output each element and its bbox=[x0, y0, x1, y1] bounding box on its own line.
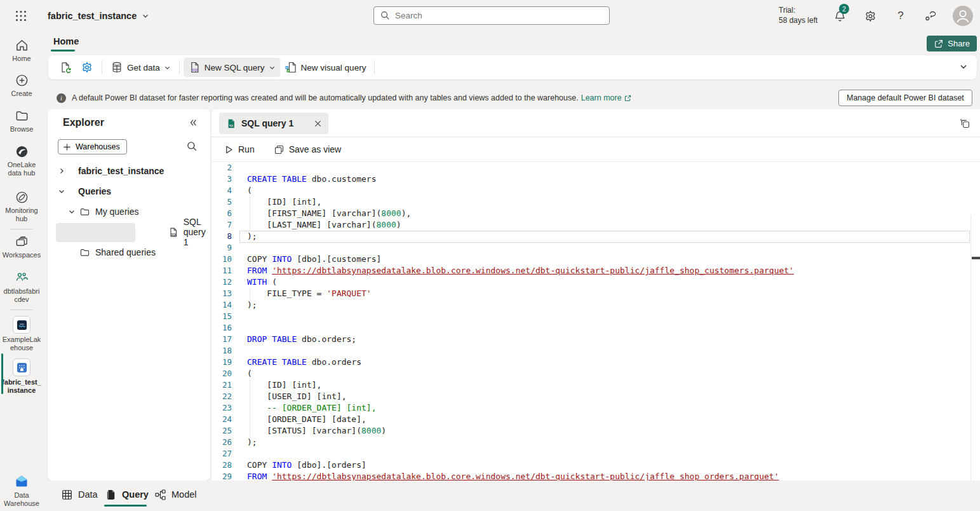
nav-create[interactable]: Create bbox=[0, 73, 43, 98]
code-line-28[interactable]: 28COPY INTO [dbo].[orders] bbox=[211, 460, 980, 471]
feedback-icon[interactable] bbox=[922, 8, 937, 24]
line-number: 21 bbox=[211, 379, 232, 391]
nav-home[interactable]: Home bbox=[0, 38, 43, 63]
collapse-panel-icon[interactable] bbox=[189, 118, 198, 127]
sql-code-editor[interactable]: 23CREATE TABLE dbo.customers4(5 [ID] [in… bbox=[211, 162, 980, 480]
code-line-22[interactable]: 22 [USER_ID] [int], bbox=[211, 391, 980, 402]
code-text: [LAST_NAME] [varchar](8000) bbox=[247, 219, 401, 231]
nav-browse[interactable]: Browse bbox=[0, 109, 43, 133]
copy-icon[interactable] bbox=[959, 118, 971, 130]
code-line-26[interactable]: 26); bbox=[211, 437, 980, 448]
chevron-down-icon bbox=[269, 64, 276, 71]
nav-workspace-dbtlabsfabricdev[interactable]: dbtlabsfabricdev bbox=[0, 270, 43, 304]
code-line-17[interactable]: 17DROP TABLE dbo.orders; bbox=[211, 334, 980, 345]
code-line-24[interactable]: 24 [ORDER_DATE] [date], bbox=[211, 414, 980, 425]
get-data-button[interactable]: Get data bbox=[106, 58, 175, 77]
new-sql-query-button[interactable]: SQL New SQL query bbox=[184, 58, 280, 77]
settings-gear-icon[interactable] bbox=[863, 8, 878, 24]
code-line-25[interactable]: 25 [STATUS] [varchar](8000) bbox=[211, 425, 980, 437]
settings-button[interactable] bbox=[76, 58, 98, 77]
workspace-title-label: fabric_test_instance bbox=[48, 11, 137, 21]
code-line-3[interactable]: 3CREATE TABLE dbo.customers bbox=[211, 174, 980, 185]
chevron-down-icon bbox=[58, 187, 65, 195]
save-as-view-button[interactable]: Save as view bbox=[269, 141, 346, 158]
code-line-10[interactable]: 10COPY INTO [dbo].[customers] bbox=[211, 254, 980, 265]
new-visual-query-label: New visual query bbox=[301, 63, 366, 72]
code-text: [ID] [int], bbox=[247, 379, 321, 391]
document-refresh-icon bbox=[59, 61, 72, 74]
code-line-27[interactable]: 27 bbox=[211, 448, 980, 460]
workspace-title[interactable]: fabric_test_instance bbox=[48, 0, 149, 31]
explorer-search-icon[interactable] bbox=[187, 141, 198, 152]
share-button[interactable]: Share bbox=[927, 36, 977, 51]
tree-item-queries[interactable]: Queries bbox=[48, 181, 210, 201]
view-tab-query-label: Query bbox=[122, 489, 149, 500]
svg-text:SQL: SQL bbox=[229, 125, 234, 127]
tree-item-warehouse-root[interactable]: fabric_test_instance bbox=[48, 161, 210, 181]
svg-text:SQL: SQL bbox=[192, 68, 199, 72]
nav-workspaces[interactable]: Workspaces bbox=[0, 235, 43, 259]
nav-item-examplelakehouse[interactable]: ExampleLakehouse bbox=[0, 316, 43, 352]
collapse-ribbon-chevron-icon[interactable] bbox=[959, 62, 968, 71]
notification-count-badge: 2 bbox=[839, 4, 849, 14]
nav-onelake-data-hub[interactable]: OneLake data hub bbox=[0, 144, 43, 177]
code-line-19[interactable]: 19CREATE TABLE dbo.orders bbox=[211, 357, 980, 368]
tree-item-shared-queries[interactable]: Shared queries bbox=[48, 242, 210, 262]
code-line-18[interactable]: 18 bbox=[211, 345, 980, 357]
refresh-semantic-model-button[interactable] bbox=[55, 58, 76, 77]
code-line-4[interactable]: 4( bbox=[211, 185, 980, 196]
plus-circle-icon bbox=[15, 73, 29, 88]
model-diagram-icon bbox=[154, 489, 166, 501]
tab-sql-query-1[interactable]: SQL SQL query 1 bbox=[219, 112, 328, 134]
view-tab-data[interactable]: Data bbox=[61, 480, 98, 508]
tab-home[interactable]: Home bbox=[52, 33, 80, 50]
code-text: [FIRST_NAME] [varchar](8000), bbox=[247, 208, 411, 219]
tree-label: Queries bbox=[78, 186, 111, 196]
run-button[interactable]: Run bbox=[219, 141, 260, 158]
view-tab-model[interactable]: Model bbox=[154, 480, 197, 508]
code-line-9[interactable]: 9 bbox=[211, 242, 980, 254]
code-line-15[interactable]: 15 bbox=[211, 311, 980, 322]
app-launcher-icon[interactable] bbox=[14, 9, 28, 23]
tab-close-icon[interactable] bbox=[314, 119, 322, 128]
cursor-position-marker bbox=[972, 257, 980, 259]
code-line-14[interactable]: 14); bbox=[211, 299, 980, 311]
editor-overview-ruler[interactable] bbox=[970, 215, 980, 480]
manage-default-dataset-button[interactable]: Manage default Power BI dataset bbox=[838, 90, 972, 106]
chevron-down-icon bbox=[164, 64, 171, 71]
line-number: 16 bbox=[211, 322, 232, 334]
code-line-29[interactable]: 29FROM 'https://dbtlabsynapsedatalake.bl… bbox=[211, 471, 980, 480]
code-line-16[interactable]: 16 bbox=[211, 322, 980, 334]
code-line-11[interactable]: 11FROM 'https://dbtlabsynapsedatalake.bl… bbox=[211, 265, 980, 276]
code-line-8[interactable]: 8); bbox=[211, 231, 980, 242]
nav-monitoring-hub[interactable]: Monitoring hub bbox=[0, 190, 43, 223]
lakehouse-icon bbox=[13, 316, 30, 334]
code-line-20[interactable]: 20( bbox=[211, 368, 980, 379]
code-line-5[interactable]: 5 [ID] [int], bbox=[211, 196, 980, 208]
onelake-icon bbox=[15, 144, 29, 159]
new-warehouse-button[interactable]: Warehouses bbox=[58, 139, 127, 154]
code-line-2[interactable]: 2 bbox=[211, 162, 980, 174]
sql-document-icon: SQL bbox=[168, 227, 178, 238]
code-line-7[interactable]: 7 [LAST_NAME] [varchar](8000) bbox=[211, 219, 980, 231]
help-icon[interactable]: ? bbox=[893, 8, 908, 24]
tree-item-sql-query-1[interactable]: SQL SQL query 1 bbox=[48, 222, 210, 242]
nav-data-warehouse[interactable]: Data Warehouse bbox=[0, 473, 43, 508]
home-tab-underline bbox=[51, 50, 75, 51]
line-number: 4 bbox=[211, 185, 232, 196]
search-input[interactable] bbox=[395, 11, 603, 20]
new-visual-query-button[interactable]: New visual query bbox=[280, 58, 371, 77]
visual-query-document-icon bbox=[285, 61, 297, 74]
code-line-13[interactable]: 13 FILE_TYPE = 'PARQUET' bbox=[211, 288, 980, 299]
code-line-23[interactable]: 23 -- [ORDER_DATE] [int], bbox=[211, 402, 980, 414]
global-search[interactable] bbox=[373, 6, 610, 25]
nav-item-fabric-test-instance[interactable]: fabric_test_instance bbox=[0, 358, 43, 395]
fabric-app: fabric_test_instance Trial: 58 days left… bbox=[0, 0, 980, 511]
code-line-21[interactable]: 21 [ID] [int], bbox=[211, 379, 980, 391]
code-line-6[interactable]: 6 [FIRST_NAME] [varchar](8000), bbox=[211, 208, 980, 219]
line-number: 5 bbox=[211, 196, 232, 208]
learn-more-link[interactable]: Learn more bbox=[581, 93, 632, 102]
user-avatar[interactable] bbox=[953, 6, 973, 26]
code-text: COPY INTO [dbo].[orders] bbox=[247, 460, 366, 471]
code-line-12[interactable]: 12WITH ( bbox=[211, 276, 980, 288]
